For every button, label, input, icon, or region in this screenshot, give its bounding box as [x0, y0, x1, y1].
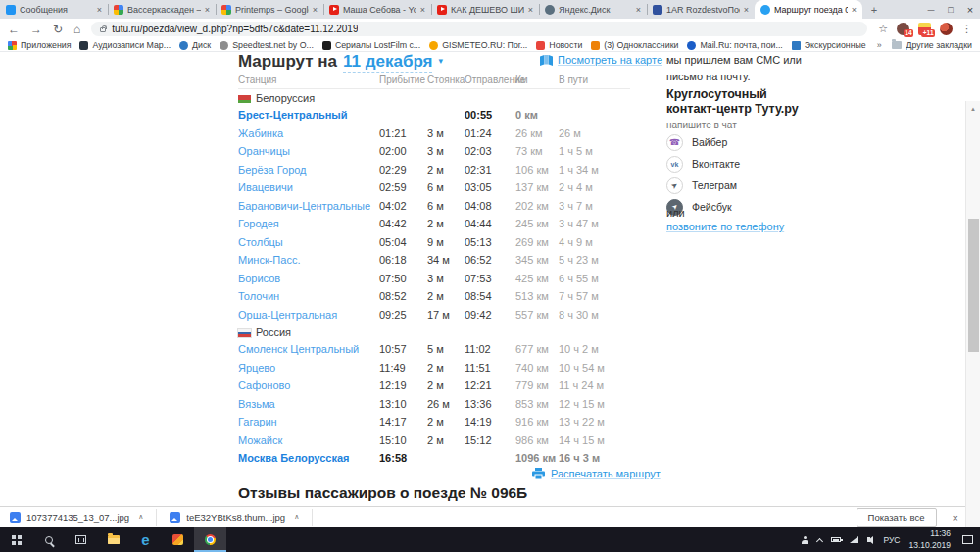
station-link[interactable]: Барановичи-Центральные — [238, 200, 370, 212]
bookmark-speedtest[interactable]: Speedtest.net by O... — [220, 40, 314, 50]
station-link[interactable]: Белоруссия — [256, 92, 315, 104]
chrome-icon[interactable] — [194, 527, 226, 552]
address-bar[interactable]: tutu.ru/poezda/view_d.php?np=5df57c&date… — [91, 22, 867, 36]
station-link[interactable]: Толочин — [238, 290, 279, 302]
new-tab-button[interactable] — [862, 0, 886, 19]
bookmark-apps[interactable]: Приложения — [8, 40, 71, 50]
people-icon[interactable] — [802, 536, 808, 544]
bookmark-gismeteo[interactable]: GISMETEO.RU: Пог... — [429, 40, 527, 50]
station-link[interactable]: Сафоново — [238, 379, 290, 391]
extension-icon-2[interactable]: +11 — [918, 23, 931, 35]
station-link[interactable]: Городея — [238, 218, 279, 229]
show-all-downloads-button[interactable]: Показать все — [857, 508, 937, 527]
station-link[interactable]: Смоленск Центральный — [238, 343, 359, 355]
tab-tutu-route[interactable]: Маршрут поезда 096Б Бре — [755, 0, 862, 19]
tab-close-icon[interactable] — [205, 5, 210, 15]
tab-close-icon[interactable] — [420, 5, 425, 15]
back-button[interactable] — [8, 24, 20, 35]
station-link[interactable]: Оранчицы — [238, 145, 290, 157]
download-item-2[interactable]: teE32YBtKs8.thum...jpg — [170, 509, 313, 526]
extension-icon-3[interactable] — [940, 23, 953, 35]
tab-google-maps-1[interactable]: Вассеркаскаден – Google К — [108, 0, 216, 19]
station-link[interactable]: Можайск — [238, 434, 282, 446]
station-link[interactable]: Москва Белорусская — [238, 452, 349, 464]
station-link[interactable]: Жабинка — [238, 127, 283, 139]
time-en-route: 26 м — [559, 127, 581, 139]
station-link[interactable]: Ивацевичи — [238, 181, 293, 193]
start-button[interactable] — [0, 527, 32, 552]
bookmark-tours[interactable]: Экскурсионные ту... — [792, 40, 867, 50]
bookmark-odnoklassniki-1[interactable]: (3) Одноклассники — [591, 40, 678, 50]
print-route-link[interactable]: Распечатать маршрут — [532, 468, 661, 479]
tab-close-icon[interactable] — [636, 5, 641, 15]
extension-icon-1[interactable]: 14 — [897, 23, 909, 35]
station-link[interactable]: Столбцы — [238, 236, 283, 248]
other-bookmarks-button[interactable]: Другие закладки — [892, 40, 972, 50]
home-button[interactable] — [74, 24, 80, 35]
tab-close-icon[interactable] — [528, 5, 533, 15]
messenger-item[interactable]: Вайбер — [666, 131, 740, 153]
tab-close-icon[interactable] — [852, 5, 857, 15]
page-scrollbar[interactable] — [965, 101, 980, 552]
arrival-time: 02:29 — [379, 164, 407, 176]
station-link[interactable]: Борисов — [238, 273, 280, 284]
tab-youtube-2[interactable]: КАК ДЕШЕВО ШИКАНУТЬ — [431, 0, 539, 19]
station-link[interactable]: Россия — [256, 326, 291, 338]
lock-icon — [100, 27, 106, 32]
bookmark-mailru[interactable]: Mail.Ru: почта, пои... — [687, 40, 782, 50]
tab-rozdestvo[interactable]: 1AR RozdestvoПоездом до — [647, 0, 755, 19]
bookmark-disk[interactable]: Диск — [179, 40, 211, 50]
messenger-item[interactable]: Вконтакте — [666, 153, 740, 175]
view-on-map-link[interactable]: Посмотреть на карте — [540, 54, 662, 66]
scroll-up-arrow-icon[interactable] — [966, 102, 980, 115]
station-link[interactable]: Минск-Пасс. — [238, 254, 300, 266]
volume-icon[interactable] — [867, 537, 870, 542]
tab-messages[interactable]: Сообщения — [0, 0, 108, 19]
clock[interactable]: 11:36 13.10.2019 — [908, 528, 951, 550]
tab-close-icon[interactable] — [313, 5, 318, 15]
reload-button[interactable] — [53, 24, 63, 35]
maximize-button[interactable] — [941, 0, 960, 19]
messenger-item[interactable]: Телеграм — [666, 175, 740, 196]
route-section: Маршрут на 11 декабря Посмотреть на карт… — [238, 52, 630, 468]
language-indicator[interactable]: РУС — [883, 535, 900, 545]
chrome-menu-icon[interactable] — [961, 23, 972, 35]
distance-km: 779 км — [515, 379, 549, 391]
tab-close-icon[interactable] — [744, 5, 749, 15]
file-explorer-icon[interactable] — [97, 527, 129, 552]
tab-youtube-1[interactable]: Маша Себова - YouTube — [323, 0, 431, 19]
station-link[interactable]: Гагарин — [238, 416, 277, 427]
photos-app-icon[interactable] — [162, 527, 194, 552]
download-chevron-icon[interactable] — [138, 513, 143, 521]
route-date-dropdown[interactable]: 11 декабря — [343, 52, 432, 73]
scrollbar-thumb[interactable] — [968, 219, 979, 352]
station-link[interactable]: Брест-Центральный — [238, 109, 347, 121]
search-icon[interactable] — [32, 527, 65, 552]
bookmark-star-icon[interactable] — [878, 23, 888, 35]
battery-icon[interactable] — [831, 537, 841, 542]
close-window-button[interactable] — [960, 0, 980, 19]
download-chevron-icon[interactable] — [294, 513, 299, 521]
url-text[interactable]: tutu.ru/poezda/view_d.php?np=5df57c&date… — [112, 24, 358, 34]
station-link[interactable]: Орша-Центральная — [238, 309, 337, 321]
bookmark-lostfilm[interactable]: Сериалы LostFilm c... — [322, 40, 420, 50]
download-item-1[interactable]: 1073774135_13_07...jpg — [10, 509, 157, 526]
close-downloads-bar-icon[interactable] — [953, 512, 958, 524]
bookmark-news[interactable]: Новости — [536, 40, 582, 50]
call-by-phone-link[interactable]: позвоните по телефону — [666, 221, 784, 232]
task-view-icon[interactable] — [65, 527, 97, 552]
action-center-icon[interactable] — [962, 535, 973, 544]
tab-yandex-disk[interactable]: Яндекс.Диск — [539, 0, 647, 19]
edge-icon[interactable] — [129, 527, 162, 552]
bookmark-audio[interactable]: Аудиозаписи Мар... — [79, 40, 171, 50]
network-icon[interactable] — [850, 536, 858, 543]
station-link[interactable]: Ярцево — [238, 362, 275, 374]
station-link[interactable]: Берёза Город — [238, 164, 307, 176]
tab-close-icon[interactable] — [97, 5, 102, 15]
tab-google-maps-2[interactable]: Printemps – Google Карты — [216, 0, 323, 19]
forward-button[interactable] — [30, 24, 42, 35]
hidden-icons-chevron[interactable] — [816, 537, 823, 544]
bookmarks-overflow-chevron[interactable]: » — [877, 40, 882, 50]
minimize-button[interactable] — [921, 0, 941, 19]
station-link[interactable]: Вязьма — [238, 398, 275, 410]
